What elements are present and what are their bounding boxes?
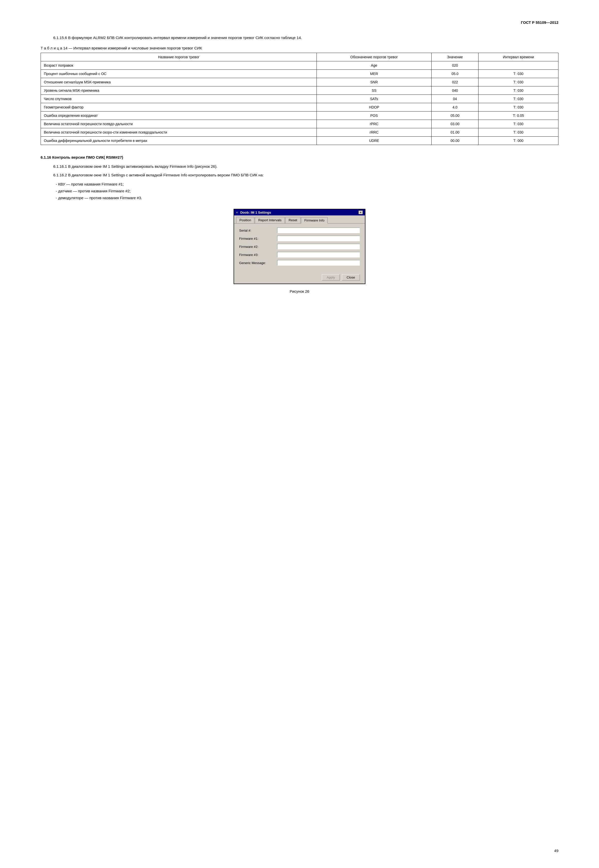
table-cell: Величина остаточной погрешности скоро-ст… (41, 128, 317, 137)
bullet-item-1: - КВУ — против названия Firmware #1; (56, 181, 558, 188)
table-cell: Т: 0.05 (479, 111, 558, 120)
table-row: Ошибка дифференциальной дальности потреб… (41, 137, 558, 145)
tab-reset[interactable]: Reset (285, 217, 301, 223)
table-row: Отношение сигнал/шум MSK-приемникаSNR022… (41, 78, 558, 86)
field-generic-message: Generic Message: (239, 260, 360, 266)
col-header-value: Значение (431, 53, 479, 62)
field-firmware2: Firmware #2: (239, 244, 360, 249)
field-firmware3: Firmware #3: (239, 252, 360, 257)
input-firmware2[interactable] (277, 244, 360, 249)
table-row: Ошибка определения координатPOS05.00Т: 0… (41, 111, 558, 120)
table-row: Уровень сигнала MSK-приемникаSS040Т: 030 (41, 86, 558, 95)
table-cell: SS (317, 86, 432, 95)
input-serial[interactable] (277, 228, 360, 233)
table-cell: Т: 000 (479, 137, 558, 145)
close-button[interactable]: Close (342, 274, 360, 281)
input-firmware1[interactable] (277, 236, 360, 241)
table-cell: Возраст поправок (41, 62, 317, 70)
table-cell: 01.00 (431, 128, 479, 137)
label-firmware1: Firmware #1: (239, 237, 275, 240)
figure-caption: Рисунок 26 (41, 289, 558, 293)
table-cell: Процент ошибочных сообщений с ОС (41, 70, 317, 78)
col-header-interval: Интервал времени (479, 53, 558, 62)
table-cell: SATs (317, 95, 432, 103)
tab-position[interactable]: Position (236, 217, 254, 223)
table-cell: SNR (317, 78, 432, 86)
label-firmware3: Firmware #3: (239, 253, 275, 257)
table-cell: Т: 030 (479, 103, 558, 111)
table-row: Возраст поправокAge020 (41, 62, 558, 70)
table-cell: Ошибка дифференциальной дальности потреб… (41, 137, 317, 145)
table-cell: MER (317, 70, 432, 78)
input-generic-message[interactable] (277, 260, 360, 266)
table-row: Процент ошибочных сообщений с ОСMER05.0Т… (41, 70, 558, 78)
table-cell: Отношение сигнал/шум MSK-приемника (41, 78, 317, 86)
table-cell: 04 (431, 95, 479, 103)
alarm-thresholds-table: Название порогов тревог Обозначение поро… (41, 53, 558, 145)
bullet-list: - КВУ — против названия Firmware #1; - д… (56, 181, 558, 201)
table-cell: 05.0 (431, 70, 479, 78)
dialog-tabs: Position Report Intervals Reset Firmware… (234, 215, 365, 224)
page-number: 49 (554, 848, 558, 853)
table-cell: rRRC (317, 128, 432, 137)
table-cell: 05.00 (431, 111, 479, 120)
table-cell: Ошибка определения координат (41, 111, 317, 120)
table-cell: Т: 030 (479, 78, 558, 86)
table-cell: Т: 030 (479, 120, 558, 128)
table-title: Т а б л и ц а 14 — Интервал времени изме… (41, 46, 558, 50)
table-cell: rPRC (317, 120, 432, 128)
dialog-title: Doob: IM 1 Settings (240, 210, 271, 215)
table-cell: 03.00 (431, 120, 479, 128)
table-cell (479, 62, 558, 70)
table-row: Геометрический факторHDOP4.0Т: 030 (41, 103, 558, 111)
tab-firmware-info[interactable]: Firmware Info (301, 217, 328, 224)
section-heading: 6.1.16 Контроль версии ПМО СИК( RSIM#27) (41, 155, 558, 159)
table-cell: 022 (431, 78, 479, 86)
sub-text-1: 6.1.16.1 В диалоговом окне IM 1 Settings… (41, 164, 558, 170)
table-cell: 4.0 (431, 103, 479, 111)
sub-text-2: 6.1.16.2 В диалоговом окне IM 1 Settings… (41, 172, 558, 178)
table-cell: Уровень сигнала MSK-приемника (41, 86, 317, 95)
table-cell: Age (317, 62, 432, 70)
table-cell: Т: 030 (479, 128, 558, 137)
intro-text: 6.1.15.6 В формуляре ALRM2 БПВ СИК контр… (41, 35, 558, 41)
dialog-container: ≡ Doob: IM 1 Settings × Position Report … (41, 209, 558, 284)
input-firmware3[interactable] (277, 252, 360, 257)
col-header-name: Название порогов тревог (41, 53, 317, 62)
dialog-box: ≡ Doob: IM 1 Settings × Position Report … (233, 209, 366, 284)
dialog-body: Serial #: Firmware #1: Firmware #2: Firm… (234, 224, 365, 272)
table-row: Число спутниковSATs04Т: 030 (41, 95, 558, 103)
bullet-item-3: - демодуляторе — против названия Firmwar… (56, 194, 558, 201)
table-cell: 020 (431, 62, 479, 70)
table-row: Величина остаточной погрешности скоро-ст… (41, 128, 558, 137)
table-row: Величина остаточной погрешности псевдо-д… (41, 120, 558, 128)
apply-button[interactable]: Apply (322, 274, 340, 281)
col-header-designation: Обозначение порогов тревог (317, 53, 432, 62)
dialog-close-button[interactable]: × (358, 210, 363, 215)
field-serial: Serial #: (239, 228, 360, 233)
dialog-footer: Apply Close (234, 272, 365, 284)
table-cell: Величина остаточной погрешности псевдо-д… (41, 120, 317, 128)
tab-report-intervals[interactable]: Report Intervals (255, 217, 285, 223)
dialog-titlebar-left: ≡ Doob: IM 1 Settings (236, 210, 271, 215)
table-cell: Т: 030 (479, 70, 558, 78)
table-cell: Т: 030 (479, 86, 558, 95)
dialog-titlebar: ≡ Doob: IM 1 Settings × (234, 209, 365, 215)
bullet-item-2: - датчике — против названия Firmware #2; (56, 188, 558, 194)
table-cell: POS (317, 111, 432, 120)
field-firmware1: Firmware #1: (239, 236, 360, 241)
label-firmware2: Firmware #2: (239, 245, 275, 249)
table-cell: UDRE (317, 137, 432, 145)
table-cell: 040 (431, 86, 479, 95)
table-cell: Геометрический фактор (41, 103, 317, 111)
table-cell: Т: 030 (479, 95, 558, 103)
label-generic-message: Generic Message: (239, 261, 275, 265)
page-header: ГОСТ Р 55109—2012 (41, 20, 558, 25)
table-cell: HDOP (317, 103, 432, 111)
table-cell: Число спутников (41, 95, 317, 103)
dialog-menu-icon: ≡ (236, 211, 238, 214)
label-serial: Serial #: (239, 228, 275, 233)
table-cell: 00.00 (431, 137, 479, 145)
